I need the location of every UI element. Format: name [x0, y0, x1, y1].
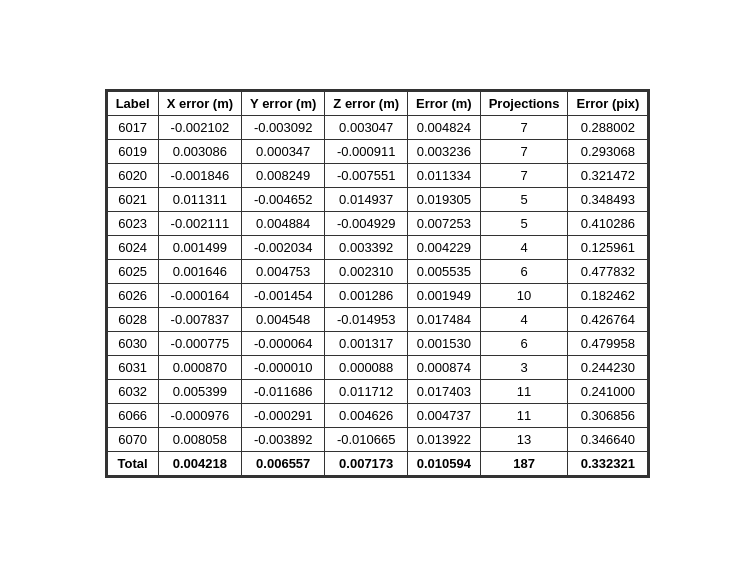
table-cell: 6021: [107, 187, 158, 211]
table-row: 6017-0.002102-0.0030920.0030470.00482470…: [107, 115, 648, 139]
table-cell: 0.013922: [408, 427, 481, 451]
table-cell: 7: [480, 139, 568, 163]
table-cell: 6030: [107, 331, 158, 355]
table-cell: 0.125961: [568, 235, 648, 259]
table-cell: 6017: [107, 115, 158, 139]
table-cell: 0.001949: [408, 283, 481, 307]
table-row: 60240.001499-0.0020340.0033920.00422940.…: [107, 235, 648, 259]
table-cell: 5: [480, 211, 568, 235]
total-cell: Total: [107, 451, 158, 475]
table-cell: 0.004884: [242, 211, 325, 235]
table-cell: 0.346640: [568, 427, 648, 451]
table-cell: 0.003047: [325, 115, 408, 139]
table-cell: 0.001530: [408, 331, 481, 355]
table-cell: 6019: [107, 139, 158, 163]
table-cell: 0.004626: [325, 403, 408, 427]
table-cell: -0.003892: [242, 427, 325, 451]
table-cell: 0.182462: [568, 283, 648, 307]
column-header: Projections: [480, 91, 568, 115]
table-cell: -0.000775: [158, 331, 241, 355]
table-cell: -0.000291: [242, 403, 325, 427]
total-cell: 0.004218: [158, 451, 241, 475]
table-cell: 0.005399: [158, 379, 241, 403]
table-cell: 0.002310: [325, 259, 408, 283]
table-cell: 6028: [107, 307, 158, 331]
table-cell: 11: [480, 403, 568, 427]
table-cell: 3: [480, 355, 568, 379]
table-cell: 0.004824: [408, 115, 481, 139]
table-cell: 6026: [107, 283, 158, 307]
table-cell: 6: [480, 259, 568, 283]
table-cell: 13: [480, 427, 568, 451]
table-cell: 0.426764: [568, 307, 648, 331]
table-cell: -0.004652: [242, 187, 325, 211]
table-cell: 0.017484: [408, 307, 481, 331]
table-cell: 0.479958: [568, 331, 648, 355]
column-header: Error (m): [408, 91, 481, 115]
table-cell: 6070: [107, 427, 158, 451]
table-cell: 0.306856: [568, 403, 648, 427]
table-cell: 7: [480, 163, 568, 187]
table-cell: 0.293068: [568, 139, 648, 163]
table-cell: 0.000870: [158, 355, 241, 379]
column-header: Label: [107, 91, 158, 115]
table-row: 6020-0.0018460.008249-0.0075510.01133470…: [107, 163, 648, 187]
table-row: 60210.011311-0.0046520.0149370.01930550.…: [107, 187, 648, 211]
table-cell: -0.000976: [158, 403, 241, 427]
table-cell: 0.011712: [325, 379, 408, 403]
column-header: Error (pix): [568, 91, 648, 115]
table-cell: -0.000911: [325, 139, 408, 163]
total-row: Total0.0042180.0065570.0071730.010594187…: [107, 451, 648, 475]
column-header: X error (m): [158, 91, 241, 115]
table-cell: -0.007551: [325, 163, 408, 187]
table-cell: 10: [480, 283, 568, 307]
table-cell: 11: [480, 379, 568, 403]
table-cell: 6066: [107, 403, 158, 427]
table-row: 6023-0.0021110.004884-0.0049290.00725350…: [107, 211, 648, 235]
table-cell: 6: [480, 331, 568, 355]
table-cell: 6023: [107, 211, 158, 235]
table-row: 60310.000870-0.0000100.0000880.00087430.…: [107, 355, 648, 379]
table-cell: 0.000088: [325, 355, 408, 379]
table-cell: -0.000010: [242, 355, 325, 379]
table-cell: 0.410286: [568, 211, 648, 235]
table-cell: 0.005535: [408, 259, 481, 283]
table-cell: -0.014953: [325, 307, 408, 331]
table-cell: -0.001454: [242, 283, 325, 307]
table-cell: -0.000164: [158, 283, 241, 307]
table-row: 6066-0.000976-0.0002910.0046260.00473711…: [107, 403, 648, 427]
table-cell: -0.003092: [242, 115, 325, 139]
table-cell: 4: [480, 235, 568, 259]
table-cell: 0.001317: [325, 331, 408, 355]
table-cell: -0.002102: [158, 115, 241, 139]
table-cell: -0.011686: [242, 379, 325, 403]
table-cell: 0.004548: [242, 307, 325, 331]
table-cell: 0.000347: [242, 139, 325, 163]
table-row: 60250.0016460.0047530.0023100.00553560.4…: [107, 259, 648, 283]
table-cell: 0.003086: [158, 139, 241, 163]
table-cell: 6031: [107, 355, 158, 379]
table-cell: 0.014937: [325, 187, 408, 211]
table-cell: 0.241000: [568, 379, 648, 403]
table-cell: 0.348493: [568, 187, 648, 211]
table-cell: 0.001646: [158, 259, 241, 283]
table-row: 6028-0.0078370.004548-0.0149530.01748440…: [107, 307, 648, 331]
table-cell: -0.010665: [325, 427, 408, 451]
table-row: 6030-0.000775-0.0000640.0013170.00153060…: [107, 331, 648, 355]
total-cell: 0.007173: [325, 451, 408, 475]
table-cell: -0.004929: [325, 211, 408, 235]
table-cell: 0.017403: [408, 379, 481, 403]
error-table: LabelX error (m)Y error (m)Z error (m)Er…: [107, 91, 649, 476]
table-cell: 0.007253: [408, 211, 481, 235]
table-cell: -0.002034: [242, 235, 325, 259]
table-cell: -0.007837: [158, 307, 241, 331]
table-cell: 0.001286: [325, 283, 408, 307]
table-row: 60700.008058-0.003892-0.0106650.01392213…: [107, 427, 648, 451]
total-cell: 0.006557: [242, 451, 325, 475]
table-cell: -0.000064: [242, 331, 325, 355]
column-header: Y error (m): [242, 91, 325, 115]
table-cell: -0.002111: [158, 211, 241, 235]
table-header-row: LabelX error (m)Y error (m)Z error (m)Er…: [107, 91, 648, 115]
table-cell: 0.008249: [242, 163, 325, 187]
table-cell: 0.004737: [408, 403, 481, 427]
